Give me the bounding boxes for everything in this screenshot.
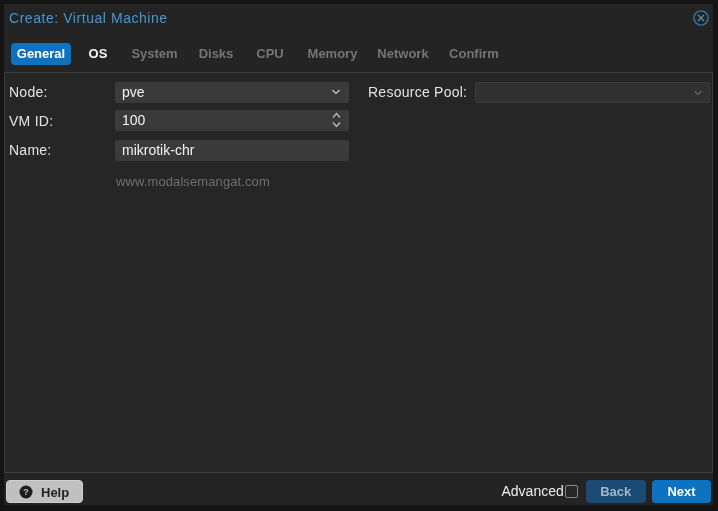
svg-text:?: ?: [23, 486, 29, 497]
